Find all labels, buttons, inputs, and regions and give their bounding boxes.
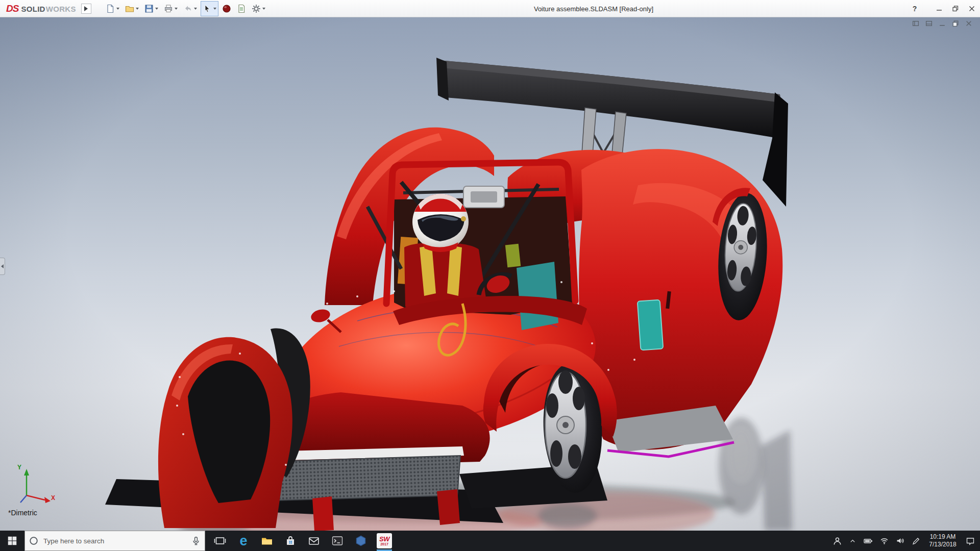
triad-y-label: Y	[17, 464, 21, 471]
minimize-icon	[936, 6, 942, 12]
action-center-icon	[966, 537, 975, 545]
windows-taskbar: e	[0, 531, 980, 551]
task-view-icon	[214, 535, 226, 547]
rebuild-button[interactable]	[220, 1, 233, 16]
chevron-up-icon	[849, 537, 856, 545]
child-restore-icon	[952, 20, 959, 27]
wifi-icon	[880, 537, 889, 545]
brand-solid: SOLID	[21, 5, 45, 13]
mail-icon	[308, 535, 320, 547]
undo-button[interactable]	[181, 1, 199, 16]
microphone-icon[interactable]	[191, 536, 201, 545]
viewport-canvas[interactable]	[0, 17, 980, 531]
close-button[interactable]	[964, 0, 980, 17]
open-button[interactable]	[123, 1, 141, 16]
select-tool-button[interactable]	[201, 1, 218, 16]
mail-button[interactable]	[302, 531, 326, 551]
edrawings-button[interactable]	[349, 531, 373, 551]
restore-button[interactable]	[947, 0, 964, 17]
pane-left-icon	[912, 20, 919, 27]
window-controls: ?	[905, 0, 980, 17]
child-minimize-button[interactable]	[938, 19, 946, 28]
pen-settings-button[interactable]	[912, 537, 920, 545]
titlebar: DS SOLID WORKS	[0, 0, 980, 17]
child-close-icon	[965, 20, 972, 27]
dropdown-caret	[262, 8, 265, 10]
command-prompt-button[interactable]	[326, 531, 349, 551]
ds-logo: DS	[6, 3, 18, 14]
gear-icon	[252, 4, 261, 13]
child-close-button[interactable]	[965, 19, 973, 28]
print-icon	[164, 4, 173, 13]
file-properties-icon	[237, 4, 246, 13]
close-icon	[969, 6, 975, 12]
start-button[interactable]	[0, 531, 24, 551]
new-document-button[interactable]	[104, 1, 121, 16]
pane-bottom-icon	[925, 20, 933, 27]
undo-icon	[183, 4, 192, 13]
people-button[interactable]	[833, 537, 842, 545]
dropdown-caret	[175, 8, 178, 10]
restore-icon	[952, 6, 959, 12]
taskbar-search-box[interactable]	[24, 531, 205, 551]
file-properties-button[interactable]	[235, 1, 248, 16]
teal-panel[interactable]	[638, 300, 664, 350]
speaker-icon	[896, 537, 904, 545]
battery-button[interactable]	[864, 537, 873, 545]
edge-button[interactable]: e	[232, 531, 255, 551]
pen-icon	[912, 537, 920, 545]
command-prompt-icon	[331, 535, 344, 547]
pane-bottom-button[interactable]	[925, 19, 933, 28]
feature-tree-collapse-tab[interactable]	[0, 258, 5, 275]
search-input[interactable]	[42, 537, 187, 545]
dropdown-caret	[136, 8, 139, 10]
people-icon	[833, 537, 842, 545]
action-center-button[interactable]	[966, 537, 975, 545]
select-cursor-icon	[203, 4, 212, 13]
quick-access-toolbar	[104, 1, 267, 16]
system-tray: 10:19 AM 7/13/2018	[833, 531, 980, 551]
taskbar-clock[interactable]: 10:19 AM 7/13/2018	[927, 533, 959, 548]
document-title: Voiture assemblee.SLDASM [Read-only]	[534, 5, 653, 12]
solidworks-app-icon: SW 2017	[377, 533, 392, 548]
store-icon	[284, 535, 297, 547]
file-explorer-icon	[261, 535, 273, 547]
dropdown-caret	[213, 8, 216, 10]
save-icon	[144, 4, 154, 13]
task-view-button[interactable]	[208, 531, 232, 551]
solidworks-logo: DS SOLID WORKS	[0, 3, 76, 14]
brand-works: WORKS	[46, 5, 76, 13]
dropdown-caret	[194, 8, 197, 10]
minimize-button[interactable]	[931, 0, 947, 17]
taskbar-apps: e	[208, 531, 396, 551]
child-minimize-icon	[939, 20, 946, 27]
edge-icon: e	[239, 534, 247, 548]
clock-time: 10:19 AM	[927, 533, 959, 541]
volume-button[interactable]	[896, 537, 904, 545]
menu-expand-button[interactable]	[81, 4, 91, 14]
options-button[interactable]	[250, 1, 267, 16]
pane-left-button[interactable]	[912, 19, 920, 28]
dropdown-caret	[116, 8, 119, 10]
network-button[interactable]	[880, 537, 889, 545]
child-restore-button[interactable]	[951, 19, 960, 28]
show-hidden-icons-button[interactable]	[849, 537, 856, 545]
graphics-area[interactable]: Y X *Dimetric	[0, 17, 980, 531]
save-button[interactable]	[142, 1, 160, 16]
new-document-icon	[106, 4, 115, 13]
rebuild-icon	[222, 4, 231, 13]
hexagon-app-icon	[355, 535, 367, 547]
store-button[interactable]	[279, 531, 302, 551]
triad-x-label: X	[51, 494, 55, 502]
open-folder-icon	[125, 4, 134, 13]
collapse-arrow-icon	[1, 264, 4, 268]
print-button[interactable]	[162, 1, 180, 16]
solidworks-app-button[interactable]: SW 2017	[373, 531, 396, 551]
battery-icon	[864, 537, 873, 545]
dropdown-caret	[155, 8, 158, 10]
file-explorer-button[interactable]	[255, 531, 279, 551]
help-button[interactable]: ?	[905, 0, 924, 17]
child-window-controls	[912, 19, 973, 28]
cortana-icon	[29, 536, 38, 545]
clock-date: 7/13/2018	[927, 541, 959, 548]
